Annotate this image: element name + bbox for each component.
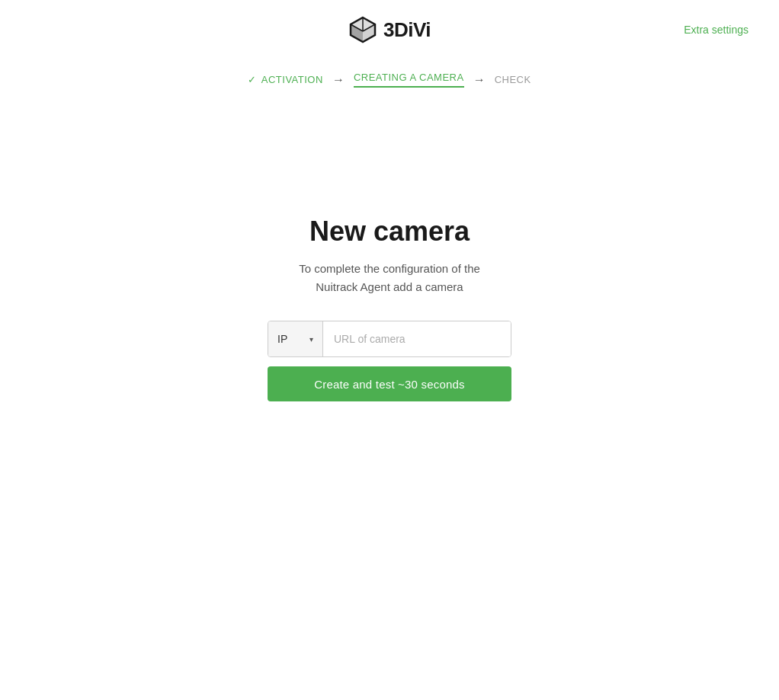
arrow-icon-2: → bbox=[473, 73, 486, 87]
step-creating-camera: CREATING A CAMERA bbox=[354, 72, 464, 88]
chevron-down-icon: ▾ bbox=[309, 335, 313, 344]
steps-nav: ✓ ACTIVATION → CREATING A CAMERA → CHECK bbox=[0, 59, 779, 94]
step-activation-label: ACTIVATION bbox=[261, 74, 323, 85]
camera-type-select[interactable]: IP USB RTSP bbox=[277, 333, 306, 345]
camera-url-input[interactable] bbox=[323, 321, 511, 356]
camera-type-dropdown[interactable]: IP USB RTSP ▾ bbox=[268, 321, 323, 356]
page-title: New camera bbox=[309, 216, 470, 248]
camera-form: IP USB RTSP ▾ Create and test ~30 second… bbox=[268, 321, 511, 401]
main-content: New camera To complete the configuration… bbox=[0, 216, 779, 401]
header: 3DiVi Extra settings bbox=[0, 0, 779, 59]
create-and-test-button[interactable]: Create and test ~30 seconds bbox=[268, 366, 511, 401]
subtitle-line1: To complete the configuration of the bbox=[299, 262, 480, 275]
subtitle-line2: Nuitrack Agent add a camera bbox=[316, 280, 463, 293]
page-subtitle: To complete the configuration of the Nui… bbox=[299, 260, 480, 296]
step-check-label: CHECK bbox=[495, 74, 531, 85]
step-activation: ✓ ACTIVATION bbox=[248, 74, 323, 85]
logo-text: 3DiVi bbox=[383, 18, 431, 42]
step-creating-camera-label: CREATING A CAMERA bbox=[354, 72, 464, 83]
step-check: CHECK bbox=[495, 74, 531, 85]
camera-input-row: IP USB RTSP ▾ bbox=[268, 321, 511, 357]
arrow-icon-1: → bbox=[332, 73, 345, 87]
logo-icon bbox=[348, 15, 377, 44]
check-icon: ✓ bbox=[248, 74, 257, 85]
logo: 3DiVi bbox=[348, 15, 431, 44]
extra-settings-link[interactable]: Extra settings bbox=[684, 24, 749, 36]
